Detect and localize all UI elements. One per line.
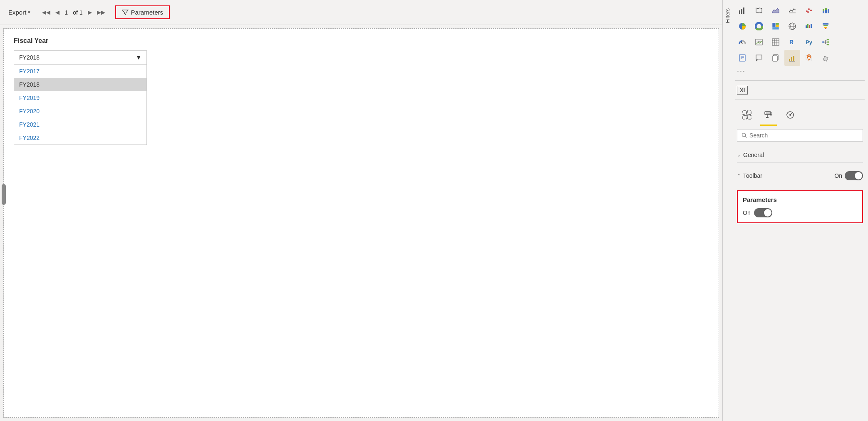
- funnel-chart-icon[interactable]: [818, 18, 833, 34]
- globe-icon[interactable]: [784, 18, 800, 34]
- svg-rect-50: [739, 55, 745, 61]
- bar-chart-icon[interactable]: [734, 2, 750, 18]
- stacked-bar-icon[interactable]: [818, 2, 833, 18]
- pie-chart-icon[interactable]: [734, 18, 750, 34]
- python-icon[interactable]: Py: [801, 34, 817, 50]
- dropdown-item-fy2019[interactable]: FY2019: [14, 91, 146, 105]
- toolbar-section: ⌃ Toolbar On: [732, 169, 868, 187]
- svg-rect-12: [828, 9, 829, 13]
- treemap-icon[interactable]: [768, 18, 784, 34]
- svg-rect-0: [739, 10, 740, 14]
- dropdown-item-fy2022[interactable]: FY2022: [14, 131, 146, 144]
- svg-point-47: [827, 39, 829, 40]
- decomposition-tree-icon[interactable]: [818, 34, 833, 50]
- general-divider: [737, 162, 863, 163]
- copy-icon[interactable]: [768, 50, 784, 66]
- toolbar-section-header[interactable]: ⌃ Toolbar On: [737, 169, 863, 183]
- dropdown-selected[interactable]: FY2018 ▼: [14, 50, 147, 65]
- fiscal-year-dropdown[interactable]: FY2018 ▼ FY2017 FY2018 FY2019 FY2020 FY2…: [14, 50, 147, 65]
- page-current: 1: [63, 9, 69, 16]
- svg-rect-25: [809, 25, 810, 28]
- search-box[interactable]: [737, 129, 863, 142]
- dropdown-arrow-icon: ▼: [136, 54, 141, 61]
- svg-rect-16: [772, 23, 776, 27]
- svg-rect-30: [825, 28, 826, 29]
- toolbar-toggle[interactable]: [845, 171, 863, 180]
- svg-rect-11: [825, 8, 827, 10]
- general-section-header[interactable]: ⌄ General: [737, 149, 863, 161]
- icon-row-4: [734, 50, 866, 66]
- search-input[interactable]: [749, 132, 858, 139]
- filters-tab[interactable]: Filters: [723, 0, 732, 421]
- parameters-toggle[interactable]: [754, 208, 772, 217]
- svg-line-31: [741, 42, 742, 44]
- analytics-icon: [785, 110, 795, 120]
- toolbar-toggle-control: On: [834, 171, 863, 180]
- main-layout: Export ▾ ◀◀ ◀ 1 of 1 ▶ ▶▶ Parameters: [0, 0, 868, 421]
- scatter-plot-icon[interactable]: [801, 2, 817, 18]
- pin-map-icon[interactable]: [801, 50, 817, 66]
- more-icons-ellipsis[interactable]: ···: [734, 66, 866, 76]
- fields-icon: [742, 110, 752, 120]
- matrix-icon[interactable]: [768, 34, 784, 50]
- svg-rect-64: [743, 115, 746, 119]
- export-label: Export: [8, 9, 26, 16]
- line-chart-icon[interactable]: [784, 2, 800, 18]
- xi-icon-row: XI: [732, 82, 868, 98]
- gauge-icon[interactable]: [734, 34, 750, 50]
- general-chevron-icon: ⌄: [737, 152, 741, 158]
- sidebar-content: 123 R Py: [732, 0, 868, 421]
- svg-point-7: [807, 11, 809, 13]
- dropdown-item-fy2021[interactable]: FY2021: [14, 118, 146, 131]
- map-icon[interactable]: [751, 2, 767, 18]
- prev-page-button[interactable]: ◀: [54, 8, 61, 16]
- scroll-handle[interactable]: [2, 184, 6, 205]
- kpi-icon[interactable]: 123: [751, 34, 767, 50]
- report-inner: Fiscal Year FY2018 ▼ FY2017 FY2018 FY201…: [4, 29, 719, 73]
- general-section: ⌄ General: [732, 145, 868, 169]
- icon-row-2: [734, 18, 866, 34]
- svg-rect-28: [823, 25, 828, 26]
- donut-chart-icon[interactable]: [751, 18, 767, 34]
- xi-icon[interactable]: XI: [737, 86, 748, 95]
- waterfall-icon[interactable]: [801, 18, 817, 34]
- slicer-icon[interactable]: [734, 50, 750, 66]
- sidebar-icons-area: 123 R Py: [732, 0, 868, 79]
- sidebar-divider-1: [735, 80, 865, 81]
- area-chart-icon[interactable]: [768, 2, 784, 18]
- dropdown-item-fy2018[interactable]: FY2018: [14, 78, 146, 91]
- parameters-button[interactable]: Parameters: [115, 5, 170, 19]
- bar-chart-highlighted-icon[interactable]: [784, 50, 800, 66]
- report-toolbar: Export ▾ ◀◀ ◀ 1 of 1 ▶ ▶▶ Parameters: [0, 0, 722, 25]
- svg-rect-67: [766, 112, 770, 114]
- svg-point-46: [822, 41, 824, 43]
- svg-rect-58: [793, 56, 794, 61]
- next-page-button[interactable]: ▶: [86, 8, 94, 16]
- svg-point-48: [827, 41, 829, 43]
- export-button[interactable]: Export ▾: [5, 7, 34, 17]
- dropdown-item-fy2017[interactable]: FY2017: [14, 65, 146, 78]
- sub-tab-analytics[interactable]: [780, 105, 800, 125]
- text-box-icon[interactable]: [751, 50, 767, 66]
- last-page-button[interactable]: ▶▶: [95, 8, 107, 16]
- parameters-toggle-slider: [754, 208, 772, 217]
- export-chevron-icon: ▾: [28, 10, 30, 15]
- sub-tab-fields[interactable]: [737, 105, 757, 125]
- dropdown-item-fy2020[interactable]: FY2020: [14, 105, 146, 118]
- svg-point-6: [810, 10, 812, 11]
- first-page-button[interactable]: ◀◀: [40, 8, 52, 16]
- parameters-box-title: Parameters: [743, 196, 857, 203]
- parameters-settings-box: Parameters On: [737, 190, 863, 223]
- svg-rect-18: [776, 25, 779, 27]
- eraser-icon[interactable]: [818, 50, 833, 66]
- svg-point-76: [742, 133, 745, 137]
- svg-rect-72: [766, 117, 769, 118]
- icon-row-3: 123 R Py: [734, 34, 866, 50]
- dropdown-selected-value: FY2018: [19, 54, 40, 61]
- toolbar-state-label: On: [834, 172, 842, 179]
- sub-tabs: [732, 102, 868, 125]
- parameters-state-label: On: [743, 209, 751, 216]
- sub-tab-format[interactable]: [759, 105, 779, 125]
- r-script-icon[interactable]: R: [784, 34, 800, 50]
- svg-rect-17: [776, 23, 779, 25]
